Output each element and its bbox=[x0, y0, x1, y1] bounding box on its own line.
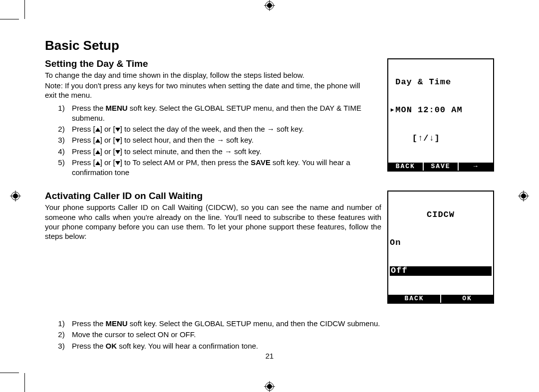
intro-day-time: To change the day and time shown in the … bbox=[45, 70, 364, 80]
softkey-right: → bbox=[459, 163, 493, 171]
lcd-line2: ▸MON 12:00 AM bbox=[390, 106, 492, 115]
lcd-cidcw-on: On bbox=[390, 238, 492, 248]
step-3: Press the OK soft key. You will hear a c… bbox=[69, 341, 494, 351]
softkey-back: BACK bbox=[388, 295, 441, 303]
intro-cidcw: Your phone supports Caller ID on Call Wa… bbox=[45, 202, 384, 241]
section-day-time: Day & Time ▸MON 12:00 AM [↑/↓] BACK SAVE… bbox=[45, 58, 494, 178]
up-arrow-icon bbox=[95, 128, 100, 132]
note-day-time: Note: If you don't press any keys for tw… bbox=[45, 81, 364, 100]
lcd-line1: Day & Time bbox=[390, 78, 492, 87]
softkey-save: SAVE bbox=[424, 163, 459, 171]
lcd-cidcw-off: Off bbox=[390, 266, 492, 276]
down-arrow-icon bbox=[115, 161, 120, 165]
lcd-day-time: Day & Time ▸MON 12:00 AM [↑/↓] BACK SAVE… bbox=[387, 58, 494, 172]
softkey-ok: OK bbox=[441, 295, 493, 303]
steps-cidcw: Press the MENU soft key. Select the GLOB… bbox=[69, 319, 494, 351]
manual-page: Basic Setup Day & Time ▸MON 12:00 AM [↑/… bbox=[45, 38, 494, 362]
lcd-cidcw: CIDCW On Off BACK OK bbox=[387, 191, 494, 304]
registration-mark-right bbox=[518, 191, 529, 201]
down-arrow-icon bbox=[115, 139, 120, 143]
section-cidcw: CIDCW On Off BACK OK Activating Caller I… bbox=[45, 191, 494, 351]
down-arrow-icon bbox=[115, 128, 120, 132]
softkey-back: BACK bbox=[388, 163, 424, 171]
lcd-line3: [↑/↓] bbox=[390, 134, 492, 144]
lcd-cidcw-title: CIDCW bbox=[390, 210, 492, 220]
page-title: Basic Setup bbox=[45, 38, 494, 53]
up-arrow-icon bbox=[95, 150, 100, 154]
registration-mark-bottom bbox=[264, 381, 275, 392]
up-arrow-icon bbox=[95, 139, 100, 143]
step-2: Move the cursor to select ON or OFF. bbox=[69, 330, 494, 340]
registration-mark-top bbox=[264, 0, 275, 11]
down-arrow-icon bbox=[115, 150, 120, 154]
step-1: Press the MENU soft key. Select the GLOB… bbox=[69, 319, 494, 329]
page-number: 21 bbox=[45, 352, 494, 360]
registration-mark-left bbox=[10, 191, 21, 201]
up-arrow-icon bbox=[95, 161, 100, 165]
